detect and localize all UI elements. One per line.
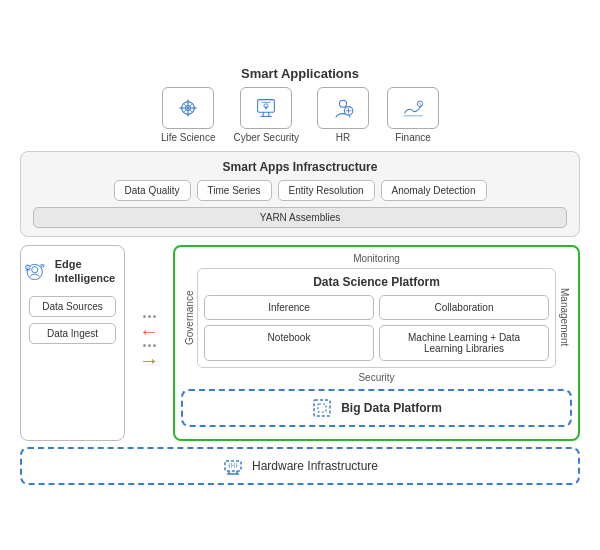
infra-title: Smart Apps Infrasctructure (33, 160, 567, 174)
cyber-security-icon-box (240, 87, 292, 129)
ds-platform-outer: Monitoring Governance Data Science Platf… (173, 245, 580, 441)
smart-apps-icons-row: Life Science Cyber Security (20, 87, 580, 143)
smart-apps-title: Smart Applications (20, 66, 580, 81)
edge-title: Edge Intelligence (55, 258, 124, 284)
smart-applications-section: Smart Applications (20, 66, 580, 143)
arrow-left-icon: ← (139, 321, 159, 341)
life-science-item: Life Science (161, 87, 215, 143)
collaboration-cell: Collaboration (379, 295, 549, 320)
hr-label: HR (336, 132, 350, 143)
notebook-cell: Notebook (204, 325, 374, 361)
arrow-right-icon: → (139, 350, 159, 370)
yarn-bar: YARN Assemblies (33, 207, 567, 228)
arrows-column: ← → (133, 245, 165, 441)
edge-header: Edge Intelligence (21, 254, 124, 290)
hr-icon-box (317, 87, 369, 129)
big-data-icon (311, 397, 333, 419)
inference-cell: Inference (204, 295, 374, 320)
svg-rect-37 (229, 464, 232, 467)
bottom-section: Hardware Infrastructure (20, 447, 580, 485)
main-row: Edge Intelligence Data Sources Data Inge… (20, 245, 580, 441)
edge-intelligence-icon (21, 254, 48, 290)
dots-bottom (143, 344, 156, 347)
finance-icon-box (387, 87, 439, 129)
life-science-icon-box (162, 87, 214, 129)
svg-rect-32 (318, 404, 326, 412)
hardware-icon (222, 455, 244, 477)
security-label: Security (181, 372, 572, 383)
ml-cell: Machine Learning + Data Learning Librari… (379, 325, 549, 361)
big-data-box: Big Data Platform (181, 389, 572, 427)
ds-grid: Inference Collaboration Notebook Machine… (204, 295, 549, 361)
finance-label: Finance (395, 132, 431, 143)
svg-rect-38 (234, 464, 237, 467)
data-ingest-button[interactable]: Data Ingest (29, 323, 116, 344)
governance-label: Governance (181, 268, 197, 368)
infra-entity-resolution: Entity Resolution (278, 180, 375, 201)
finance-item: Finance (387, 87, 439, 143)
ds-inner: Data Science Platform Inference Collabor… (197, 268, 556, 368)
infra-time-series: Time Series (197, 180, 272, 201)
data-sources-button[interactable]: Data Sources (29, 296, 116, 317)
svg-rect-33 (225, 461, 241, 471)
svg-point-25 (32, 266, 38, 272)
life-science-label: Life Science (161, 132, 215, 143)
ds-platform-title: Data Science Platform (204, 275, 549, 289)
svg-point-8 (186, 112, 190, 116)
dots-top (143, 315, 156, 318)
svg-rect-10 (258, 99, 275, 112)
svg-rect-23 (403, 115, 423, 116)
svg-point-17 (340, 100, 347, 107)
edge-intelligence-box: Edge Intelligence Data Sources Data Inge… (20, 245, 125, 441)
svg-line-22 (419, 102, 422, 105)
svg-point-7 (193, 106, 197, 110)
cyber-security-item: Cyber Security (233, 87, 299, 143)
hr-item: HR (317, 87, 369, 143)
monitoring-label: Monitoring (181, 253, 572, 264)
infra-items-row: Data Quality Time Series Entity Resoluti… (33, 180, 567, 201)
hardware-box: Hardware Infrastructure (20, 447, 580, 485)
svg-rect-31 (314, 400, 330, 416)
cyber-security-label: Cyber Security (233, 132, 299, 143)
governance-management-row: Governance Data Science Platform Inferen… (181, 268, 572, 368)
hardware-title: Hardware Infrastructure (252, 459, 378, 473)
svg-point-6 (186, 99, 190, 103)
svg-point-9 (180, 106, 184, 110)
infra-box: Smart Apps Infrasctructure Data Quality … (20, 151, 580, 237)
infra-data-quality: Data Quality (114, 180, 191, 201)
big-data-title: Big Data Platform (341, 401, 442, 415)
infra-anomaly-detection: Anomaly Detection (381, 180, 487, 201)
management-label: Management (556, 268, 572, 368)
